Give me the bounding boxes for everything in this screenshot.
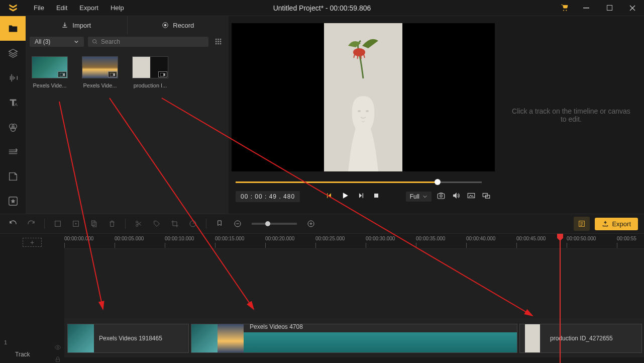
ruler-tick: 00:00:10.000 <box>165 236 194 241</box>
chevron-down-icon <box>422 194 427 199</box>
delete-button[interactable] <box>105 217 119 231</box>
tool-2[interactable] <box>69 217 83 231</box>
sidebar-media-icon[interactable] <box>0 16 26 41</box>
media-thumbnail <box>32 56 68 78</box>
export-button[interactable]: Export <box>595 218 638 230</box>
video-badge-icon <box>108 71 117 77</box>
sidebar-layers-icon[interactable] <box>0 41 26 65</box>
preview-size-dropdown[interactable]: Full <box>406 192 432 202</box>
import-label: Import <box>72 22 91 29</box>
undo-button[interactable] <box>6 217 20 231</box>
svg-rect-20 <box>110 73 114 76</box>
search-placeholder: Search <box>101 38 120 45</box>
search-input[interactable]: Search <box>88 37 208 47</box>
svg-rect-13 <box>216 41 217 42</box>
copy-button[interactable] <box>87 217 101 231</box>
menu-help[interactable]: Help <box>105 2 129 14</box>
sidebar-favorites-icon[interactable] <box>0 189 26 214</box>
menu-file[interactable]: File <box>29 2 49 14</box>
add-track-button[interactable]: + <box>23 238 42 247</box>
close-button[interactable] <box>621 0 644 16</box>
lock-icon[interactable] <box>54 356 61 363</box>
ruler-tick: 00:00:05.000 <box>115 236 144 241</box>
media-item[interactable]: Pexels Vide... <box>81 56 119 88</box>
search-icon <box>92 39 98 45</box>
media-filter-dropdown[interactable]: All (3) <box>30 37 84 47</box>
minimize-button[interactable] <box>575 0 598 16</box>
svg-rect-1 <box>607 5 612 10</box>
preview-seekbar[interactable] <box>236 182 482 184</box>
sidebar-transitions-icon[interactable] <box>0 140 26 164</box>
svg-rect-15 <box>220 41 222 42</box>
split-button[interactable] <box>132 217 146 231</box>
tool-1[interactable] <box>51 217 65 231</box>
crop-button[interactable] <box>168 217 182 231</box>
menu-edit[interactable]: Edit <box>51 2 72 14</box>
timeline-clip[interactable]: Pexels Videos 4708 <box>191 324 517 353</box>
svg-rect-36 <box>91 221 95 225</box>
svg-rect-26 <box>363 193 363 198</box>
media-item[interactable]: Pexels Vide... <box>31 56 69 88</box>
svg-point-29 <box>440 195 443 198</box>
menu-export[interactable]: Export <box>74 2 103 14</box>
maximize-button[interactable] <box>598 0 621 16</box>
svg-rect-33 <box>55 221 61 227</box>
playhead[interactable] <box>560 234 561 363</box>
svg-rect-11 <box>218 39 219 40</box>
view-grid-button[interactable] <box>212 36 225 48</box>
timeline-settings-button[interactable] <box>574 217 590 231</box>
media-panel: Import Record All (3) Search Pexe <box>26 16 229 214</box>
import-button[interactable]: Import <box>26 16 128 34</box>
next-frame-button[interactable] <box>357 192 365 202</box>
ruler-tick: 00:00:20.000 <box>265 236 294 241</box>
ruler-tick: 00:00:50.000 <box>567 236 596 241</box>
timeline-tracks[interactable]: 00:00:00.00000:00:05.00000:00:10.00000:0… <box>64 234 644 363</box>
sidebar-text-icon[interactable]: A <box>0 90 26 115</box>
video-track[interactable]: Pexels Videos 1918465 Pexels Videos 4708… <box>64 319 644 357</box>
svg-rect-25 <box>327 193 328 198</box>
svg-rect-27 <box>374 194 378 198</box>
svg-rect-17 <box>218 43 219 45</box>
svg-point-8 <box>164 24 167 27</box>
tag-button[interactable] <box>150 217 164 231</box>
right-help-text: Click a track on the timeline or canvas … <box>498 16 644 214</box>
redo-button[interactable] <box>24 217 38 231</box>
sidebar-stickers-icon[interactable] <box>0 164 26 189</box>
zoom-slider[interactable] <box>252 223 297 225</box>
fullscreen-button[interactable] <box>482 191 491 202</box>
zoom-in-button[interactable] <box>304 217 318 231</box>
ruler-tick: 00:00:55 <box>617 236 636 241</box>
svg-rect-45 <box>56 359 60 361</box>
preview-canvas[interactable] <box>232 23 495 171</box>
ruler-tick: 00:00:35.000 <box>416 236 445 241</box>
aspect-button[interactable] <box>467 191 476 202</box>
export-icon <box>602 220 609 227</box>
svg-point-44 <box>57 346 59 348</box>
ruler-tick: 00:00:30.000 <box>366 236 395 241</box>
timeline-clip[interactable]: production ID_4272655 <box>519 324 642 353</box>
preview-panel: 00 : 00 : 49 . 480 Full <box>229 16 498 214</box>
marker-button[interactable] <box>212 217 227 231</box>
chevron-down-icon <box>74 39 79 44</box>
media-item[interactable]: production I... <box>131 56 169 88</box>
sidebar-audio-icon[interactable] <box>0 65 26 90</box>
svg-rect-0 <box>583 8 589 9</box>
store-icon[interactable] <box>555 0 575 16</box>
snapshot-button[interactable] <box>437 191 446 202</box>
timeline-clip[interactable]: Pexels Videos 1918465 <box>67 324 189 353</box>
timeline-ruler[interactable]: 00:00:00.00000:00:05.00000:00:10.00000:0… <box>64 234 644 249</box>
volume-button[interactable] <box>452 191 461 202</box>
visibility-icon[interactable] <box>54 344 61 353</box>
window-controls <box>555 0 644 16</box>
play-button[interactable] <box>340 191 350 203</box>
speed-button[interactable] <box>186 217 200 231</box>
track-header[interactable]: Track <box>0 335 64 363</box>
empty-track-area[interactable] <box>64 249 644 319</box>
record-button[interactable]: Record <box>128 16 229 34</box>
project-title: Untitled Project* - 00:00:59.806 <box>273 4 371 12</box>
zoom-out-button[interactable] <box>231 217 245 231</box>
stop-button[interactable] <box>372 192 380 202</box>
sidebar-filters-icon[interactable] <box>0 115 26 140</box>
title-bar: File Edit Export Help Untitled Project* … <box>0 0 644 16</box>
prev-frame-button[interactable] <box>325 192 333 202</box>
